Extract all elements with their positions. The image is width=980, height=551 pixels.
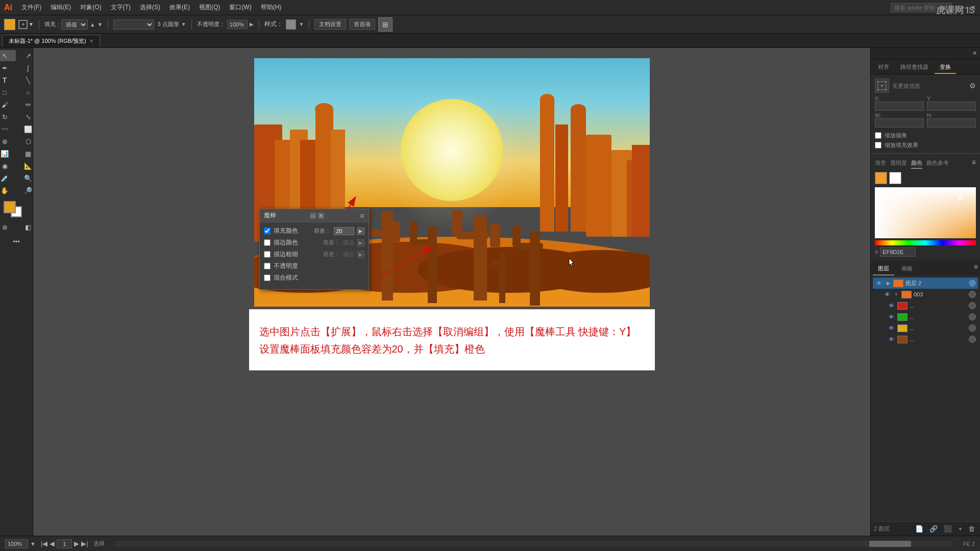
- layers-tab[interactable]: 图层: [873, 263, 894, 276]
- stroke-width-checkbox[interactable]: [264, 251, 271, 258]
- panel-menu-icon[interactable]: ≡: [360, 212, 364, 220]
- artboards-tab[interactable]: 画板: [896, 263, 918, 276]
- layer-item-yellow[interactable]: 👁 ...: [873, 322, 978, 334]
- layer-2-expand-icon[interactable]: ▶: [885, 280, 891, 286]
- w-input[interactable]: [875, 118, 924, 128]
- pathfinder-tab[interactable]: 路径查找器: [895, 61, 934, 74]
- tab-close-btn[interactable]: ✕: [89, 38, 93, 44]
- right-panel-close[interactable]: ✕: [972, 50, 977, 57]
- hand-btn[interactable]: ✋: [0, 185, 16, 196]
- menu-view[interactable]: 视图(Q): [195, 2, 224, 13]
- new-layer-btn[interactable]: +: [956, 524, 964, 534]
- scale-effects-checkbox[interactable]: [875, 142, 881, 148]
- layer-item-2[interactable]: 👁 ▶ 图层 2: [873, 278, 978, 289]
- canvas-area[interactable]: 魔棒 — ✕ ≡ 填充颜色 容差： 20 ▶: [33, 48, 870, 536]
- warp-btn[interactable]: 〰: [0, 123, 16, 135]
- x-input[interactable]: [875, 102, 924, 111]
- arrange-btn[interactable]: ⊞: [378, 17, 393, 32]
- layer-yellow-vis-btn[interactable]: [969, 324, 976, 332]
- opacity-tab[interactable]: 透明度: [890, 158, 907, 169]
- menu-select[interactable]: 选择(S): [136, 2, 164, 13]
- document-tab[interactable]: 未标题-1* @ 100% (RGB/预览) ✕: [2, 35, 100, 47]
- more-tools-btn[interactable]: •••: [5, 236, 28, 247]
- bg-swatch[interactable]: [889, 172, 901, 184]
- eyedropper-btn[interactable]: 💉: [0, 172, 16, 184]
- menu-help[interactable]: 帮助(H): [257, 2, 286, 13]
- layer-green-eye-icon[interactable]: 👁: [887, 313, 895, 321]
- scroll-bar[interactable]: [115, 541, 953, 547]
- foreground-color[interactable]: [4, 201, 16, 213]
- transform-proxy-icon[interactable]: [875, 79, 889, 93]
- layer-item-green[interactable]: 👁 ...: [873, 311, 978, 322]
- layer-003-expand-icon[interactable]: ▼: [893, 291, 899, 297]
- menu-edit[interactable]: 编辑(E): [46, 2, 75, 13]
- panel-minimize-btn[interactable]: —: [310, 213, 316, 219]
- last-page-btn[interactable]: ▶|: [81, 540, 88, 547]
- link-layers-btn[interactable]: 🔗: [927, 524, 940, 534]
- merge-layers-btn[interactable]: ⬛: [942, 524, 954, 534]
- layer-003-vis-btn[interactable]: [969, 291, 976, 298]
- layer-brown-vis-btn[interactable]: [969, 336, 976, 343]
- transform-tab[interactable]: 变换: [935, 61, 956, 74]
- layer-red-eye-icon[interactable]: 👁: [887, 302, 895, 310]
- blend-mode-checkbox[interactable]: [264, 274, 271, 281]
- select-tool-btn[interactable]: ↖: [0, 50, 16, 61]
- color-picker[interactable]: [875, 187, 976, 238]
- menu-file[interactable]: 文件(F): [17, 2, 45, 13]
- fill-color-swatch[interactable]: [4, 19, 15, 30]
- prefs-btn[interactable]: 首选项: [349, 19, 375, 30]
- menu-effect[interactable]: 效果(E): [165, 2, 194, 13]
- layer-red-vis-btn[interactable]: [969, 302, 976, 309]
- layers-menu-icon[interactable]: ≡: [974, 263, 978, 276]
- chart-btn[interactable]: 📊: [0, 148, 16, 159]
- next-page-btn[interactable]: ▶: [74, 540, 79, 547]
- layer-item-red[interactable]: 👁 ...: [873, 300, 978, 311]
- opacity-checkbox[interactable]: [264, 263, 271, 269]
- h-input[interactable]: [927, 118, 976, 128]
- gradient-tab[interactable]: 渐变: [875, 158, 886, 169]
- align-tab[interactable]: 对齐: [873, 61, 894, 74]
- brush-select[interactable]: [113, 19, 154, 30]
- up-arrow[interactable]: ▲: [90, 21, 95, 28]
- transform-options-icon[interactable]: ⚙: [969, 82, 976, 90]
- layer-green-vis-btn[interactable]: [969, 313, 976, 320]
- rotate-btn[interactable]: ↻: [0, 111, 16, 122]
- interpolation-select[interactable]: 插值: [61, 19, 88, 30]
- style-swatch[interactable]: [286, 19, 296, 30]
- opacity-input[interactable]: [227, 20, 248, 29]
- extra-btn[interactable]: ⊛: [0, 221, 16, 233]
- menu-type[interactable]: 文字(T): [107, 2, 135, 13]
- layer-003-eye-icon[interactable]: 👁: [883, 290, 891, 298]
- scale-strokes-checkbox[interactable]: [875, 132, 881, 139]
- down-arrow[interactable]: ▼: [97, 21, 103, 28]
- doc-settings-btn[interactable]: 文档设置: [314, 19, 346, 30]
- color-guide-tab[interactable]: 颜色参考: [926, 158, 949, 169]
- hex-input[interactable]: [880, 247, 916, 257]
- panel-close-btn[interactable]: ✕: [318, 213, 324, 219]
- paintbrush-btn[interactable]: 🖌: [0, 99, 16, 110]
- zoom-arrow[interactable]: ▼: [30, 541, 36, 547]
- type-tool-btn[interactable]: T: [0, 74, 16, 86]
- color-tab[interactable]: 颜色: [911, 158, 922, 169]
- y-input[interactable]: [927, 102, 976, 111]
- layer-2-vis-btn[interactable]: [969, 280, 976, 287]
- layer-item-brown[interactable]: 👁 ...: [873, 334, 978, 345]
- menu-window[interactable]: 窗口(W): [225, 2, 255, 13]
- fill-tolerance-input[interactable]: 20: [334, 227, 354, 235]
- delete-layer-btn[interactable]: 🗑: [966, 524, 977, 534]
- rect-tool-btn[interactable]: □: [0, 87, 16, 98]
- new-layer-from-selection-btn[interactable]: 📄: [913, 524, 925, 534]
- page-input[interactable]: [57, 539, 72, 548]
- puppet-btn[interactable]: ⊕: [0, 136, 16, 147]
- stroke-color-checkbox[interactable]: [264, 239, 271, 246]
- layer-item-003[interactable]: 👁 ▼ 003: [873, 289, 978, 300]
- layer-2-eye-icon[interactable]: 👁: [875, 279, 883, 287]
- live-paint-btn[interactable]: ◉: [0, 160, 16, 171]
- hue-slider[interactable]: [875, 240, 976, 245]
- menu-object[interactable]: 对象(O): [76, 2, 105, 13]
- fill-tolerance-arrow[interactable]: ▶: [357, 228, 364, 235]
- color-panel-menu[interactable]: ≡: [972, 158, 976, 169]
- layer-brown-eye-icon[interactable]: 👁: [887, 335, 895, 343]
- fg-swatch[interactable]: [875, 172, 887, 184]
- first-page-btn[interactable]: |◀: [41, 540, 47, 547]
